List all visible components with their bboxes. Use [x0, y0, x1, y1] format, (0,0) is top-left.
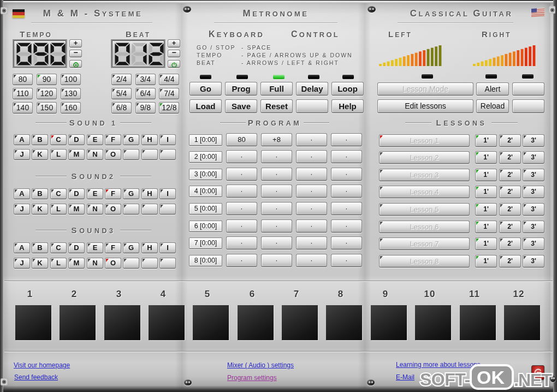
svg-text:OK: OK	[477, 367, 505, 388]
svg-text:SOFT-: SOFT-	[420, 370, 470, 389]
svg-text:.NET: .NET	[514, 370, 552, 390]
